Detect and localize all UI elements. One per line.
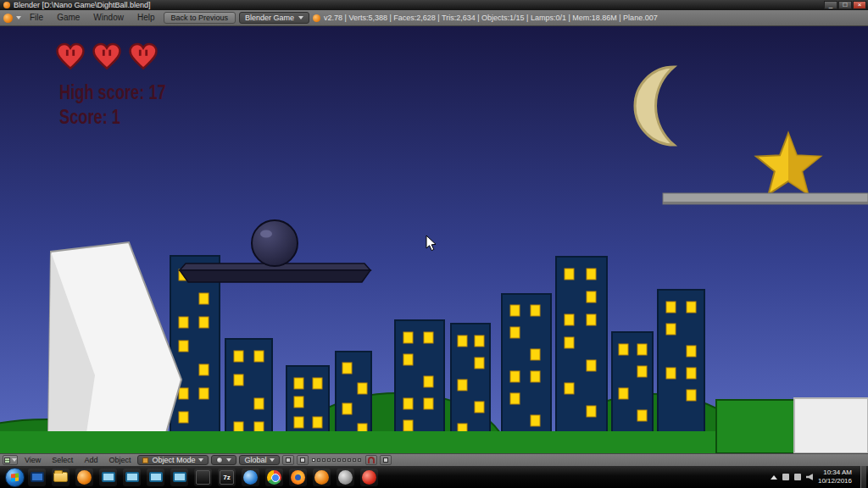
layer-dot[interactable] [317, 458, 320, 462]
engine-dropdown[interactable]: Blender Game [239, 12, 309, 24]
layer-dot[interactable] [348, 458, 351, 462]
close-button[interactable]: × [853, 1, 866, 9]
blender-orb-glyph [314, 470, 329, 485]
menu-file[interactable]: File [25, 10, 48, 25]
internet-explorer-icon[interactable] [242, 469, 259, 486]
orientation-dropdown-label: Global [244, 456, 266, 464]
volume-icon[interactable] [806, 474, 813, 480]
blender-window-icon [3, 2, 10, 8]
sevenzip-icon[interactable]: 7z [218, 469, 236, 486]
mode-dropdown-label: Object Mode [152, 456, 195, 464]
monitor-icon-2[interactable] [123, 469, 141, 486]
cmd-icon[interactable] [194, 469, 212, 486]
chevron-down-icon [16, 16, 21, 19]
render-opengl-button[interactable] [380, 455, 392, 465]
layer-dot[interactable] [337, 458, 341, 462]
scene-stats-text: v2.78 | Verts:5,388 | Faces:2,628 | Tris… [324, 14, 658, 22]
monitor-glyph [173, 472, 186, 482]
window-titlebar[interactable]: Blender [D:\Nano Game\DightBall.blend] _… [0, 0, 868, 10]
sevenzip-glyph: 7z [220, 470, 234, 485]
gray-platform [663, 193, 868, 204]
layer-dot[interactable] [327, 458, 331, 462]
manipulator-glyph [286, 458, 291, 463]
camera-icon [383, 458, 388, 463]
chevron-down-icon [226, 458, 231, 462]
transform-orientation-dropdown[interactable]: Global [239, 455, 280, 465]
layer-dot[interactable] [322, 458, 326, 462]
object-mode-icon [142, 458, 148, 463]
show-desktop-button[interactable] [860, 466, 866, 488]
back-to-previous-button[interactable]: Back to Previous [164, 12, 236, 24]
windows-taskbar: 7z 10:34 AM 10/12/2016 [0, 466, 868, 488]
layer-dot[interactable] [342, 458, 346, 462]
monitor-icon-4[interactable] [170, 469, 188, 486]
maximize-button[interactable]: □ [838, 1, 852, 9]
white-platform [794, 398, 868, 453]
menu-add[interactable]: Add [80, 454, 102, 466]
record-icon[interactable] [360, 469, 378, 486]
scene-stats: v2.78 | Verts:5,388 | Faces:2,628 | Tris… [313, 14, 658, 22]
menu-help[interactable]: Help [132, 10, 160, 25]
start-button[interactable] [5, 468, 25, 487]
chevron-down-icon [198, 458, 203, 462]
clock-date: 10/12/2016 [818, 477, 852, 485]
magnet-icon [368, 457, 375, 463]
menu-select[interactable]: Select [47, 454, 77, 466]
terminal-glyph [196, 470, 210, 485]
monitor-icon-1[interactable] [99, 469, 117, 486]
menu-view[interactable]: View [20, 454, 45, 466]
heart-icon [127, 42, 159, 70]
editor-type-selector[interactable] [3, 455, 18, 465]
blender-icon[interactable] [75, 469, 93, 486]
network-icon[interactable] [794, 474, 801, 480]
3d-viewport[interactable]: High score: 17 Score: 1 [0, 26, 868, 453]
blender-icon-2[interactable] [313, 469, 331, 486]
tray-expand-icon[interactable] [771, 475, 777, 480]
blender-app-menu-icon[interactable] [3, 14, 13, 23]
firefox-icon[interactable] [289, 469, 307, 486]
snap-magnet-button[interactable] [365, 455, 377, 465]
explorer-icon[interactable] [52, 469, 70, 486]
layer-dot[interactable] [312, 458, 315, 462]
translate-manipulator-icon[interactable] [282, 455, 294, 465]
rotate-manipulator-icon[interactable] [297, 455, 309, 465]
folder-glyph [53, 472, 68, 482]
chrome-icon[interactable] [265, 469, 283, 486]
layer-dot[interactable] [332, 458, 336, 462]
system-tray: 10:34 AM 10/12/2016 [771, 466, 866, 488]
mode-dropdown[interactable]: Object Mode [137, 455, 209, 465]
ground [0, 431, 797, 453]
windows-flag-icon [11, 473, 19, 481]
clock-time: 10:34 AM [818, 469, 852, 477]
taskbar-clock[interactable]: 10:34 AM 10/12/2016 [818, 469, 855, 485]
engine-dropdown-label: Blender Game [245, 14, 294, 22]
chrome-orb-glyph [267, 470, 281, 485]
game-ball [252, 220, 298, 266]
monitor-icon-3[interactable] [147, 469, 164, 486]
layer-dot[interactable] [358, 458, 361, 462]
heart-icon [91, 42, 123, 70]
blender-orb-glyph [77, 470, 92, 485]
blue-orb-glyph [243, 470, 258, 485]
score-text: Score: 1 [59, 107, 120, 127]
computer-icon[interactable] [28, 469, 46, 486]
minimize-button[interactable]: _ [824, 1, 837, 9]
monitor-glyph [149, 472, 163, 482]
menu-game[interactable]: Game [52, 10, 85, 25]
shading-sphere-icon [216, 457, 223, 463]
monitor-glyph [102, 472, 115, 482]
viewport-header-bar: View Select Add Object Object Mode Globa… [0, 453, 868, 466]
desktop-screen: Blender [D:\Nano Game\DightBall.blend] _… [0, 0, 868, 488]
menu-window[interactable]: Window [88, 10, 129, 25]
menu-object[interactable]: Object [104, 454, 135, 466]
viewport-shading-dropdown[interactable] [211, 455, 236, 465]
monitor-glyph [31, 472, 44, 482]
gray-orb-glyph [338, 470, 353, 485]
chevron-down-icon [12, 458, 17, 462]
high-score-text: High score: 17 [59, 82, 166, 103]
action-center-icon[interactable] [782, 474, 789, 480]
layers-widget[interactable] [311, 458, 363, 463]
chevron-down-icon [298, 16, 303, 19]
gray-ball-icon[interactable] [337, 469, 354, 486]
layer-dot[interactable] [353, 458, 356, 462]
